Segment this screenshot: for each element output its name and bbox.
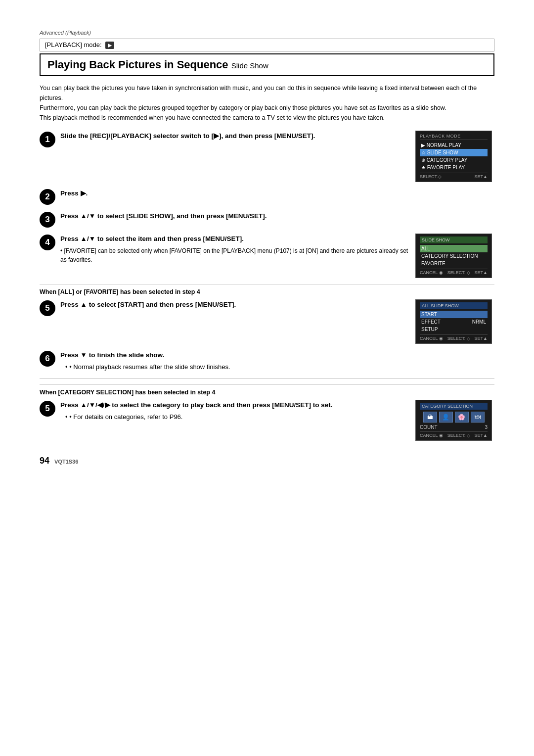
step-5a-number: 5 xyxy=(40,300,55,316)
screen4-icon-3: 🍽 xyxy=(471,412,485,423)
step-6a-note-0: • Normal playback resumes after the slid… xyxy=(65,362,494,373)
screen4-count-row: COUNT 3 xyxy=(420,425,488,430)
screen3-row-0: START xyxy=(420,311,488,318)
step-1-image: PLAYBACK MODE ▶ NORMAL PLAY ☆ SLIDE SHOW… xyxy=(415,131,494,182)
screen4-title: CATEGORY SELECTION xyxy=(420,403,488,410)
doc-code: VQT1S36 xyxy=(54,459,78,465)
camera-screen-2: SLIDE SHOW ALL CATEGORY SELECTION FAVORI… xyxy=(415,234,492,278)
screen2-title: SLIDE SHOW xyxy=(420,236,488,243)
step-2-content: Press ▶. xyxy=(60,188,494,200)
page-title: Playing Back Pictures in Sequence Slide … xyxy=(47,58,487,71)
step-1-row: 1 Slide the [REC]/[PLAYBACK] selector sw… xyxy=(40,131,494,182)
step-4-note: • [FAVORITE] can be selected only when [… xyxy=(60,246,410,264)
screen2-footer: CANCEL ◉ SELECT: ◇ SET▲ xyxy=(420,269,488,275)
camera-screen-1: PLAYBACK MODE ▶ NORMAL PLAY ☆ SLIDE SHOW… xyxy=(415,131,492,182)
step-6a-title: Press ▼ to finish the slide show. xyxy=(60,350,494,361)
screen4-icon-0: 🏔 xyxy=(423,412,437,423)
screen1-footer: SELECT:◇ SET▲ xyxy=(420,173,488,179)
screen1-item-1: ☆ SLIDE SHOW xyxy=(420,149,488,156)
screen2-item-2: FAVORITE xyxy=(420,260,488,267)
step-5a-row: 5 Press ▲ to select [START] and then pre… xyxy=(40,299,494,344)
screen3-footer: CANCEL ◉ SELECT: ◇ SET▲ xyxy=(420,334,488,341)
step-4-content: Press ▲/▼ to select the item and then pr… xyxy=(60,234,410,264)
step-5b-content: Press ▲/▼/◀/▶ to select the category to … xyxy=(60,400,410,422)
screen4-icons-row: 🏔 👤 🌸 🍽 xyxy=(420,412,488,423)
step-6a-notes: • Normal playback resumes after the slid… xyxy=(60,362,494,373)
step-2-number: 2 xyxy=(40,189,55,205)
step-3-title: Press ▲/▼ to select [SLIDE SHOW], and th… xyxy=(60,211,494,222)
camera-screen-4: CATEGORY SELECTION 🏔 👤 🌸 🍽 COUNT 3 CANCE… xyxy=(415,400,492,441)
page-title-box: Playing Back Pictures in Sequence Slide … xyxy=(40,53,494,76)
step-5b-notes: • For details on categories, refer to P9… xyxy=(60,412,410,423)
step-4-number: 4 xyxy=(40,235,55,250)
screen1-title: PLAYBACK MODE xyxy=(420,134,488,140)
page-number: 94 xyxy=(40,456,49,466)
mode-bar-text: [PLAYBACK] mode: xyxy=(45,41,102,48)
screen3-row-1: EFFECT NRML xyxy=(420,318,488,326)
step-6a-row: 6 Press ▼ to finish the slide show. • No… xyxy=(40,350,494,372)
screen1-item-3: ★ FAVORITE PLAY xyxy=(420,164,488,171)
step-3-content: Press ▲/▼ to select [SLIDE SHOW], and th… xyxy=(60,211,494,223)
screen3-row-2: SETUP xyxy=(420,326,488,333)
screen1-item-2: ⊕ CATEGORY PLAY xyxy=(420,156,488,164)
step-4-image: SLIDE SHOW ALL CATEGORY SELECTION FAVORI… xyxy=(415,234,494,278)
step-1-number: 1 xyxy=(40,132,55,147)
step-6a-content: Press ▼ to finish the slide show. • Norm… xyxy=(60,350,494,372)
when-label-1: When [ALL] or [FAVORITE] has been select… xyxy=(40,284,494,295)
step-1-content: Slide the [REC]/[PLAYBACK] selector swit… xyxy=(60,131,410,143)
step-3-row: 3 Press ▲/▼ to select [SLIDE SHOW], and … xyxy=(40,211,494,228)
camera-screen-3: ALL SLIDE SHOW START EFFECT NRML SETUP C… xyxy=(415,299,492,344)
step-2-row: 2 Press ▶. xyxy=(40,188,494,205)
mode-bar: [PLAYBACK] mode: ▶ xyxy=(40,39,494,51)
screen4-footer: CANCEL ◉ SELECT: ◇ SET▲ xyxy=(420,431,488,438)
step-2-title: Press ▶. xyxy=(60,188,494,199)
step-5a-title: Press ▲ to select [START] and then press… xyxy=(60,299,410,310)
step-1-title: Slide the [REC]/[PLAYBACK] selector swit… xyxy=(60,131,410,142)
screen2-item-0: ALL xyxy=(420,245,488,252)
screen4-icon-2: 🌸 xyxy=(455,412,469,423)
playback-icon: ▶ xyxy=(105,42,114,49)
breadcrumb: Advanced (Playback) xyxy=(40,30,494,36)
step-5b-image: CATEGORY SELECTION 🏔 👤 🌸 🍽 COUNT 3 CANCE… xyxy=(415,400,494,441)
step-3-number: 3 xyxy=(40,212,55,228)
intro-text: You can play back the pictures you have … xyxy=(40,83,494,123)
section-divider xyxy=(40,378,494,378)
step-5b-note-0: • For details on categories, refer to P9… xyxy=(65,412,410,423)
when-label-2: When [CATEGORY SELECTION] has been selec… xyxy=(40,384,494,396)
screen2-item-1: CATEGORY SELECTION xyxy=(420,252,488,260)
step-5b-title: Press ▲/▼/◀/▶ to select the category to … xyxy=(60,400,410,411)
step-4-title: Press ▲/▼ to select the item and then pr… xyxy=(60,234,410,244)
screen1-item-0: ▶ NORMAL PLAY xyxy=(420,142,488,149)
screen3-title: ALL SLIDE SHOW xyxy=(420,302,488,309)
step-6a-number: 6 xyxy=(40,351,55,367)
step-5b-number: 5 xyxy=(40,401,55,417)
step-5a-content: Press ▲ to select [START] and then press… xyxy=(60,299,410,312)
step-5b-row: 5 Press ▲/▼/◀/▶ to select the category t… xyxy=(40,400,494,441)
screen4-icon-1: 👤 xyxy=(439,412,453,423)
page-footer: 94 VQT1S36 xyxy=(40,456,494,466)
step-5a-image: ALL SLIDE SHOW START EFFECT NRML SETUP C… xyxy=(415,299,494,344)
step-4-row: 4 Press ▲/▼ to select the item and then … xyxy=(40,234,494,278)
